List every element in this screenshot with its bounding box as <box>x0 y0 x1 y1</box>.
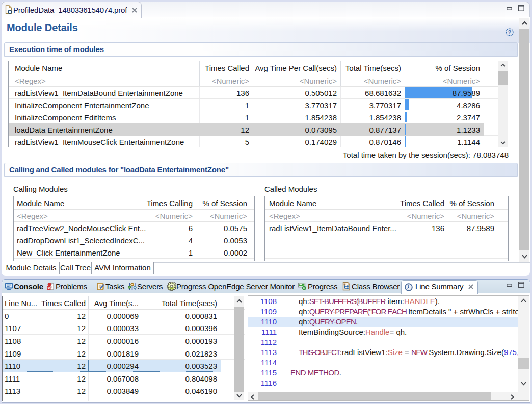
svg-text:?: ? <box>508 29 511 35</box>
